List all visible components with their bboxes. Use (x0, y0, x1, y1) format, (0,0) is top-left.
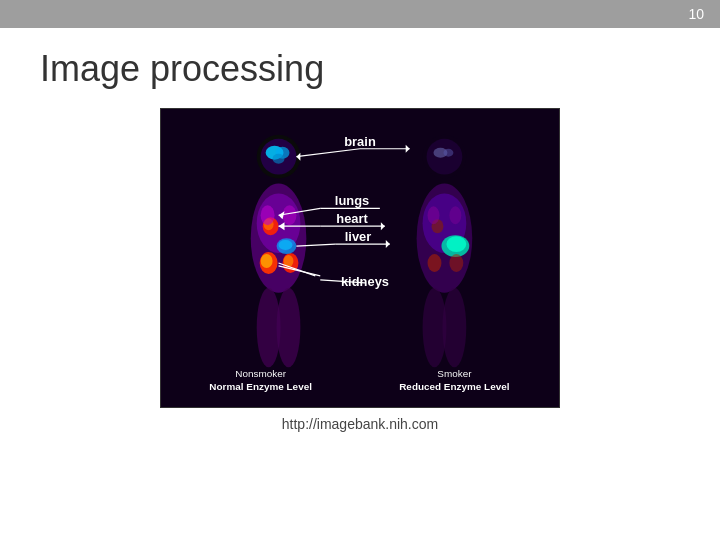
svg-point-32 (449, 254, 463, 272)
image-container: brain lungs heart liver (160, 108, 560, 432)
svg-point-5 (273, 154, 285, 164)
slide-number: 10 (688, 6, 704, 22)
svg-text:brain: brain (344, 134, 376, 149)
svg-text:liver: liver (345, 229, 372, 244)
svg-text:Smoker: Smoker (437, 368, 472, 379)
slide-title: Image processing (40, 48, 680, 90)
slide-content: Image processing (0, 28, 720, 540)
svg-text:Normal Enzyme Level: Normal Enzyme Level (209, 381, 312, 392)
svg-text:Nonsmoker: Nonsmoker (235, 368, 286, 379)
pet-scan-image: brain lungs heart liver (160, 108, 560, 408)
svg-point-31 (428, 254, 442, 272)
svg-rect-0 (161, 109, 558, 407)
svg-point-34 (442, 288, 466, 367)
svg-text:heart: heart (336, 211, 368, 226)
svg-point-27 (446, 236, 466, 252)
svg-point-17 (279, 240, 293, 250)
svg-text:lungs: lungs (335, 193, 369, 208)
svg-point-10 (261, 205, 275, 225)
svg-text:Reduced Enzyme Level: Reduced Enzyme Level (399, 381, 510, 392)
image-caption: http://imagebank.nih.com (282, 416, 438, 432)
svg-point-29 (428, 206, 440, 224)
svg-point-23 (443, 149, 453, 157)
svg-point-11 (283, 205, 297, 225)
svg-point-19 (277, 288, 301, 367)
top-bar: 10 (0, 0, 720, 28)
svg-point-13 (261, 254, 273, 268)
svg-point-30 (449, 206, 461, 224)
